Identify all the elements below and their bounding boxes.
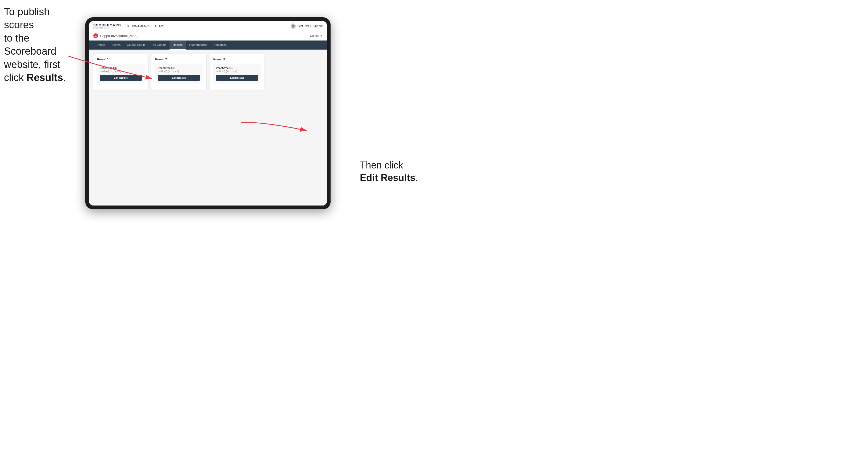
user-avatar: 👤: [290, 24, 296, 29]
logo-text: SCOREBOARD: [93, 24, 121, 27]
round-3-course-card: Peachtree GC Gold (M) (7010 yds) Edit Re…: [213, 64, 261, 84]
nav-tournaments[interactable]: TOURNAMENTS: [126, 25, 150, 28]
round-2-course-name: Peachtree GC: [158, 67, 200, 69]
nav-bar: SCOREBOARD Powered by clippd TOURNAMENTS…: [89, 21, 327, 31]
instruction-left: To publish scores to the Scoreboard webs…: [4, 5, 81, 84]
tablet-screen: SCOREBOARD Powered by clippd TOURNAMENTS…: [89, 21, 327, 206]
round-3-course-details: Gold (M) (7010 yds): [216, 70, 258, 73]
sign-out-link[interactable]: Sign out: [313, 25, 322, 27]
round-3-title: Round 3: [213, 58, 261, 61]
tab-teams[interactable]: Teams: [109, 40, 124, 50]
tablet-frame: SCOREBOARD Powered by clippd TOURNAMENTS…: [85, 17, 331, 209]
empty-column: [268, 54, 322, 90]
tournament-icon: C: [93, 33, 98, 38]
main-content: Round 1 Peachtree GC Gold (M) (7010 yds)…: [89, 50, 327, 206]
round-2-edit-results-button[interactable]: Edit Results: [158, 75, 200, 81]
logo-area: SCOREBOARD Powered by clippd: [93, 24, 121, 29]
tab-results[interactable]: Results: [169, 40, 186, 50]
round-1-course-name: Peachtree GC: [100, 67, 142, 69]
round-1-card: Round 1 Peachtree GC Gold (M) (7010 yds)…: [93, 54, 148, 90]
round-3-course-name: Peachtree GC: [216, 67, 258, 69]
round-2-course-details: Gold (M) (7010 yds): [158, 70, 200, 73]
round-1-title: Round 1: [97, 58, 145, 61]
nav-teams[interactable]: TEAMS: [155, 25, 165, 28]
nav-right: 👤 Test User | Sign out: [290, 24, 322, 29]
rounds-grid: Round 1 Peachtree GC Gold (M) (7010 yds)…: [93, 54, 322, 90]
nav-left: SCOREBOARD Powered by clippd TOURNAMENTS…: [93, 24, 165, 29]
nav-links: TOURNAMENTS TEAMS: [126, 25, 165, 28]
tab-leaderboards[interactable]: Leaderboards: [186, 40, 210, 50]
round-3-edit-results-button[interactable]: Edit Results: [216, 75, 258, 81]
round-2-card: Round 2 Peachtree GC Gold (M) (7010 yds)…: [151, 54, 206, 90]
round-1-course-card: Peachtree GC Gold (M) (7010 yds) Edit Re…: [97, 64, 145, 84]
tab-printables[interactable]: Printables: [210, 40, 230, 50]
round-3-card: Round 3 Peachtree GC Gold (M) (7010 yds)…: [210, 54, 265, 90]
tab-details[interactable]: Details: [93, 40, 109, 50]
logo-sub: Powered by clippd: [93, 27, 108, 29]
tab-course-setup[interactable]: Course Setup: [124, 40, 148, 50]
instruction-right: Then click Edit Results.: [360, 159, 418, 184]
round-1-edit-results-button[interactable]: Edit Results: [100, 75, 142, 81]
tournament-title: C Clippd Invitational (Men): [93, 33, 137, 38]
tab-bar: Details Teams Course Setup Tee Groups Re…: [89, 40, 327, 50]
round-2-course-card: Peachtree GC Gold (M) (7010 yds) Edit Re…: [155, 64, 203, 84]
tournament-name: Clippd Invitational (Men): [100, 34, 137, 38]
tab-tee-groups[interactable]: Tee Groups: [148, 40, 169, 50]
round-2-title: Round 2: [155, 58, 203, 61]
cancel-button[interactable]: Cancel ✕: [310, 34, 322, 38]
user-info: Test User |: [298, 25, 311, 27]
round-1-course-details: Gold (M) (7010 yds): [100, 70, 142, 73]
tournament-header: C Clippd Invitational (Men) Cancel ✕: [89, 31, 327, 40]
